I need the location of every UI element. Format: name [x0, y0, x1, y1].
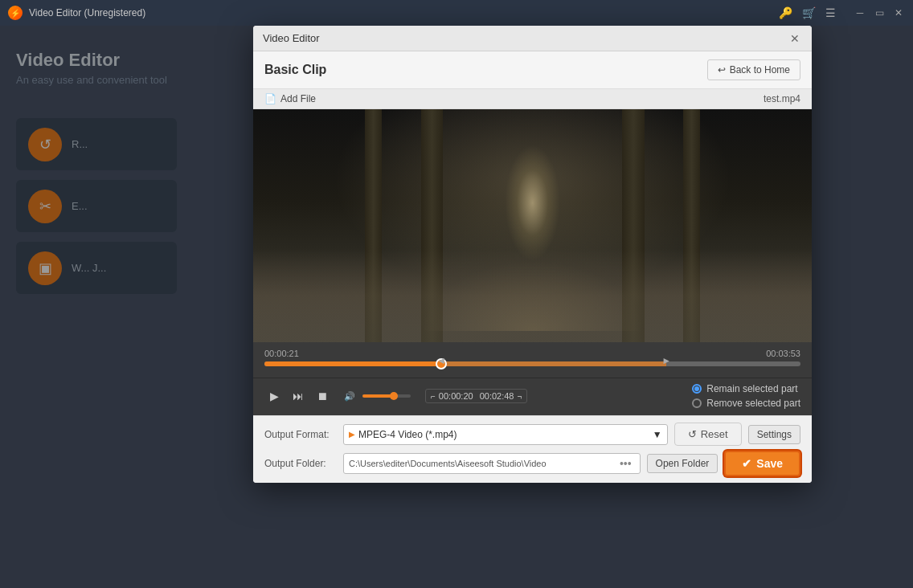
add-file-icon: 📄: [264, 93, 276, 104]
close-button[interactable]: ✕: [892, 6, 905, 19]
remain-option[interactable]: Remain selected part: [692, 383, 800, 394]
key-icon[interactable]: 🔑: [779, 6, 792, 19]
volume-area: 🔊: [340, 386, 411, 406]
title-bar-left: ⚡ Video Editor (Unregistered): [8, 6, 145, 20]
volume-slider[interactable]: [362, 394, 411, 398]
folder-path-text: C:\Users\editer\Documents\Aiseesoft Stud…: [349, 459, 547, 468]
timeline-right-marker[interactable]: ►: [661, 355, 671, 366]
back-icon: ↩: [718, 64, 726, 76]
timeline-fill: [264, 361, 441, 366]
modal-close-button[interactable]: ✕: [788, 31, 802, 46]
title-bar: ⚡ Video Editor (Unregistered) 🔑 🛒 ☰ ─ ▭ …: [0, 0, 913, 26]
file-toolbar: 📄 Add File test.mp4: [253, 89, 812, 109]
volume-button[interactable]: 🔊: [340, 386, 359, 406]
volume-thumb: [390, 392, 398, 400]
step-forward-button[interactable]: ⏭: [289, 386, 308, 406]
bracket-left-icon: ⌐: [431, 392, 436, 401]
timeline-start-time: 00:00:21: [264, 349, 299, 358]
list-icon[interactable]: ☰: [825, 6, 836, 19]
play-button[interactable]: ▶: [264, 386, 284, 406]
add-file-button[interactable]: 📄 Add File: [264, 93, 316, 104]
modal-section-title: Basic Clip: [264, 63, 326, 77]
app-icon: ⚡: [8, 6, 23, 20]
back-to-home-button[interactable]: ↩ Back to Home: [707, 59, 800, 80]
format-select[interactable]: ▶ MPEG-4 Video (*.mp4) ▼: [343, 424, 668, 445]
controls-area: ▶ ⏭ ⏹ 🔊 ⌐ 00:00:20 00:02:48 ¬ Remain sel…: [253, 378, 812, 415]
folder-row: Output Folder: C:\Users\editer\Documents…: [264, 451, 800, 476]
format-value: MPEG-4 Video (*.mp4): [358, 429, 457, 440]
video-preview: [253, 109, 812, 342]
file-name-label: test.mp4: [764, 93, 800, 104]
timeline-labels: 00:00:21 00:03:53: [264, 349, 800, 358]
video-editor-modal: Video Editor ✕ Basic Clip ↩ Back to Home…: [253, 26, 812, 483]
stop-button[interactable]: ⏹: [313, 386, 332, 406]
window-controls: ─ ▭ ✕: [854, 6, 905, 19]
remove-option[interactable]: Remove selected part: [692, 398, 800, 409]
timeline-area: 00:00:21 00:03:53 ◄ ►: [253, 342, 812, 378]
cart-icon[interactable]: 🛒: [802, 6, 816, 19]
modal-titlebar: Video Editor ✕: [253, 26, 812, 51]
end-clip-time-display: 00:02:48: [480, 391, 514, 401]
more-options-button[interactable]: •••: [616, 457, 635, 470]
output-area: Output Format: ▶ MPEG-4 Video (*.mp4) ▼ …: [253, 415, 812, 483]
timeline-selected-range: [441, 361, 666, 366]
floor-reflection: [421, 261, 645, 331]
save-check-icon: ✔: [742, 457, 751, 470]
bracket-right-icon: ¬: [518, 392, 522, 401]
modal-header: Basic Clip ↩ Back to Home: [253, 51, 812, 89]
action-buttons: ↺ Reset: [674, 423, 742, 446]
save-button[interactable]: ✔ Save: [724, 451, 800, 476]
remove-radio[interactable]: [692, 398, 702, 408]
app-title: Video Editor (Unregistered): [29, 7, 145, 18]
timeline-end-time: 00:03:53: [766, 349, 800, 358]
reset-button[interactable]: ↺ Reset: [674, 423, 742, 446]
format-select-inner: ▶ MPEG-4 Video (*.mp4): [349, 429, 457, 440]
mpeg-icon: ▶: [349, 430, 355, 439]
format-row: Output Format: ▶ MPEG-4 Video (*.mp4) ▼ …: [264, 423, 800, 446]
format-label: Output Format:: [264, 429, 337, 440]
remain-label: Remain selected part: [706, 383, 797, 394]
timeline-container[interactable]: ◄ ►: [264, 361, 800, 366]
remove-label: Remove selected part: [706, 398, 800, 409]
maximize-button[interactable]: ▭: [873, 6, 886, 19]
title-bar-right: 🔑 🛒 ☰ ─ ▭ ✕: [779, 6, 905, 19]
current-time-display: 00:00:20: [439, 391, 473, 401]
settings-button[interactable]: Settings: [748, 425, 800, 444]
reset-icon: ↺: [688, 428, 697, 440]
time-display: ⌐ 00:00:20 00:02:48 ¬: [425, 389, 527, 403]
open-folder-button[interactable]: Open Folder: [647, 454, 719, 473]
folder-label: Output Folder:: [264, 458, 337, 469]
modal-titlebar-title: Video Editor: [263, 32, 320, 44]
timeline-left-marker[interactable]: ◄: [436, 355, 446, 366]
door-light-effect: [505, 145, 561, 261]
clip-options: Remain selected part Remove selected par…: [692, 383, 800, 409]
folder-path-display: C:\Users\editer\Documents\Aiseesoft Stud…: [343, 453, 641, 474]
remain-radio[interactable]: [692, 384, 702, 394]
dropdown-arrow-icon: ▼: [653, 429, 662, 440]
timeline-track[interactable]: [264, 361, 800, 366]
minimize-button[interactable]: ─: [854, 6, 866, 19]
